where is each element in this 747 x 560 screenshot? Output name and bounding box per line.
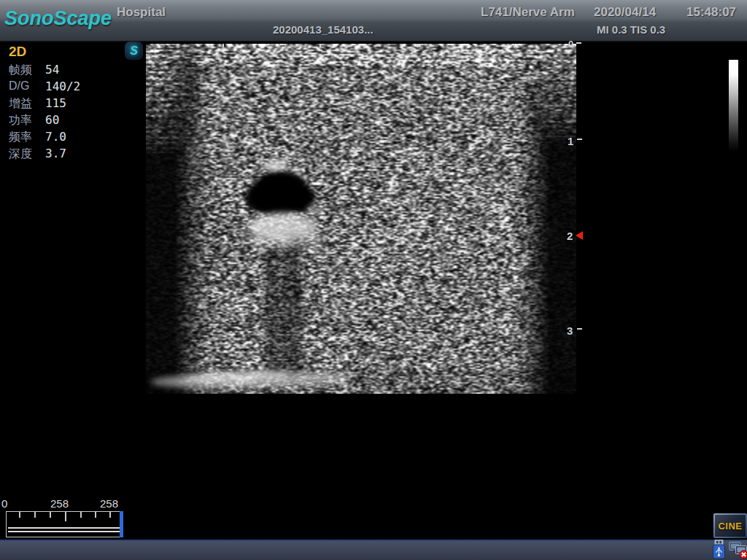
param-label: 功率 (9, 113, 32, 128)
cine-position-indicator[interactable] (120, 511, 123, 537)
depth-mark-2: 2 (567, 230, 573, 242)
system-date: 2020/04/14 (594, 5, 656, 20)
param-value: 7.0 (45, 130, 66, 144)
param-label: 深度 (9, 147, 32, 162)
system-time: 15:48:07 (686, 5, 736, 20)
cine-ruler-tick (50, 512, 51, 518)
cine-button[interactable]: CINE (713, 513, 747, 538)
hospital-name: Hospital (117, 5, 166, 20)
brand-logo: SonoScape (4, 7, 112, 30)
cine-ruler-tick (34, 512, 36, 518)
param-label: D/G (9, 79, 29, 93)
cine-scale-mid: 258 (50, 497, 69, 510)
mode-label: 2D (9, 44, 26, 60)
cine-track-line (8, 527, 120, 532)
depth-tick (577, 328, 582, 330)
depth-mark-3: 3 (567, 324, 573, 337)
usb-icon[interactable] (711, 539, 727, 560)
cine-button-face: CINE (715, 515, 746, 537)
mi-tis-indices: MI 0.3 TIS 0.3 (597, 23, 665, 36)
top-status-bar: SonoScape Hospital L741/Nerve Arm 2020/0… (0, 0, 747, 42)
exam-id: 20200413_154103... (273, 23, 374, 36)
cine-ruler-tick (80, 512, 82, 518)
param-row: 功率 60 (0, 113, 146, 130)
cine-ruler-tick (95, 512, 96, 518)
depth-tick (577, 139, 582, 140)
param-value: 3.7 (45, 147, 66, 160)
cine-ruler-tick (65, 512, 66, 521)
param-value: 60 (45, 113, 59, 127)
param-row: D/G 140/2 (0, 79, 146, 96)
param-label: 帧频 (9, 63, 32, 78)
depth-mark-0: 0 (568, 39, 573, 50)
grayscale-map-bar (729, 60, 738, 152)
network-disconnected-icon[interactable] (729, 540, 747, 560)
depth-tick (576, 42, 581, 44)
param-row: 增益 115 (0, 96, 146, 113)
probe-orientation-mark: S (125, 42, 143, 60)
cine-ruler-tick (109, 512, 111, 518)
cine-ruler-tick (19, 512, 20, 518)
probe-preset: L741/Nerve Arm (481, 5, 575, 20)
param-label: 频率 (9, 130, 32, 145)
bottom-status-strip (0, 540, 747, 560)
depth-mark-1: 1 (568, 135, 573, 147)
param-value: 140/2 (45, 79, 80, 93)
focus-marker-icon[interactable] (576, 231, 583, 240)
param-value: 54 (45, 63, 59, 77)
param-row: 频率 7.0 (0, 130, 146, 147)
param-value: 115 (45, 96, 66, 110)
cine-button-label: CINE (718, 521, 742, 532)
cine-scale-end: 258 (100, 497, 118, 510)
cine-scale-start: 0 (1, 497, 7, 510)
param-row: 深度 3.7 (0, 147, 146, 163)
ultrasound-image[interactable] (146, 44, 576, 394)
param-label: 增益 (9, 96, 32, 112)
cine-progress-bar[interactable] (6, 511, 123, 537)
param-row: 帧频 54 (0, 63, 146, 79)
ultrasound-machine-screen: SonoScape Hospital L741/Nerve Arm 2020/0… (0, 0, 747, 560)
